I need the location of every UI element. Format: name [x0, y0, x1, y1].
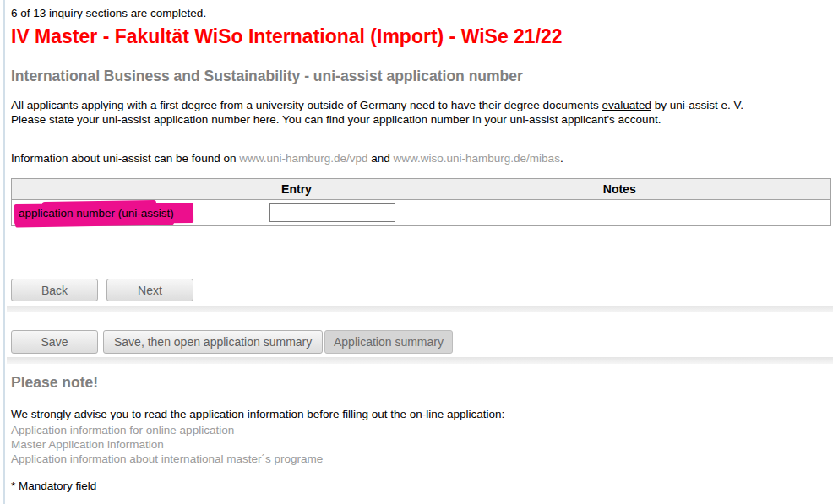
section-subtitle: International Business and Sustainabilit… — [11, 68, 523, 85]
notes-cell — [409, 200, 831, 226]
table-header-label-column — [12, 179, 185, 200]
link-master-application-info[interactable]: Master Application information — [11, 437, 323, 452]
info-paragraph: Information about uni-assist can be foun… — [11, 152, 564, 165]
back-button[interactable]: Back — [11, 279, 98, 301]
link-international-master-info[interactable]: Application information about internatio… — [11, 452, 323, 466]
entry-cell — [185, 200, 409, 226]
intro-text-3: Please state your uni-assist application… — [11, 113, 662, 126]
field-label-cell: application number (uni-assist) — [12, 200, 185, 226]
save-button[interactable]: Save — [11, 330, 98, 354]
link-wiso-mibas[interactable]: www.wiso.uni-hamburg.de/mibas — [394, 152, 560, 165]
table-header-entry: Entry — [185, 179, 409, 200]
table-header-row: Entry Notes — [12, 179, 831, 200]
table-row: application number (uni-assist) — [12, 200, 831, 226]
intro-underlined-word: evaluated — [602, 99, 651, 111]
link-application-info-online[interactable]: Application information for online appli… — [11, 423, 323, 437]
application-entry-table: Entry Notes application number (uni-assi… — [11, 178, 831, 226]
button-row-shadow — [7, 306, 833, 312]
page-title: IV Master - Fakultät WiSo International … — [11, 25, 563, 48]
info-text-end: . — [560, 152, 564, 165]
button-row-shadow — [7, 357, 833, 364]
progress-status-text: 6 of 13 inquiry sections are completed. — [11, 7, 206, 19]
table-header-notes: Notes — [409, 179, 831, 200]
link-uni-hamburg-vpd[interactable]: www.uni-hamburg.de/vpd — [239, 152, 368, 165]
intro-paragraph: All applicants applying with a first deg… — [11, 98, 826, 127]
info-text-before: Information about uni-assist can be foun… — [11, 152, 239, 165]
note-links-list: Application information for online appli… — [11, 423, 323, 467]
application-number-input[interactable] — [270, 203, 395, 222]
mandatory-field-note: * Mandatory field — [11, 480, 96, 492]
save-then-open-summary-button[interactable]: Save, then open application summary — [103, 330, 323, 354]
note-advice-text: We strongly advise you to read the appli… — [11, 408, 504, 420]
please-note-heading: Please note! — [11, 374, 98, 392]
intro-text-1: All applicants applying with a first deg… — [11, 99, 602, 111]
info-text-and: and — [368, 152, 394, 165]
intro-text-2: by uni-assist e. V. — [651, 99, 743, 111]
field-label-application-number: application number (uni-assist) — [19, 207, 174, 219]
next-button[interactable]: Next — [106, 279, 193, 301]
application-summary-button[interactable]: Application summary — [324, 330, 453, 354]
page-left-border — [3, 0, 5, 504]
